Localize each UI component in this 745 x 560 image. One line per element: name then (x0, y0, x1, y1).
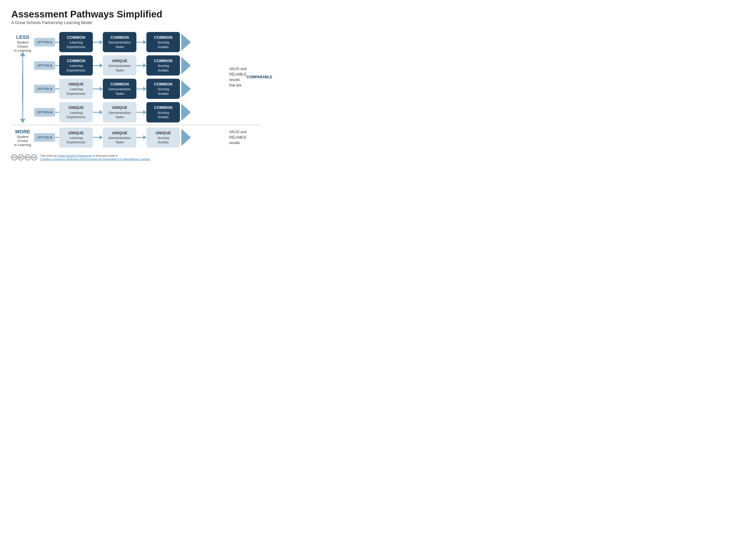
box-subtitle: DemonstrationTasks (105, 110, 134, 119)
option-5-row-container: OPTION 5UNIQUELearningExperiencesUNIQUED… (34, 128, 225, 148)
box-subtitle: ScoringGuides (149, 40, 178, 49)
box-subtitle: ScoringGuides (149, 87, 178, 96)
arrow-connector (93, 40, 103, 44)
box-title: UNIQUE (105, 105, 134, 110)
sa-icon: SA (31, 154, 37, 160)
valid-reliable-text: VALID andRELIABLEresults (225, 128, 261, 148)
arrow-head (143, 135, 147, 140)
axis-column: LESS Student Choicein Learning (11, 32, 34, 122)
box-subtitle: ScoringGuides (149, 110, 178, 119)
cc-license-link[interactable]: Creative Commons Attribution-NonCommerci… (40, 158, 151, 161)
arrow-head (100, 110, 103, 114)
box-title: UNIQUE (62, 82, 91, 87)
axis-arrow (22, 55, 23, 120)
arrow-head (143, 40, 147, 44)
arrow-connector (93, 63, 103, 68)
box-subtitle: LearningExperiences (62, 64, 91, 72)
arrow-line (93, 112, 100, 113)
box-title: COMMON (62, 59, 91, 64)
footer: CC BY NC SA This work by Great Schools P… (11, 154, 261, 161)
arrow-line (93, 42, 100, 43)
content-box: UNIQUELearningExperiences (59, 128, 93, 148)
option-label: OPTION 5 (34, 133, 55, 142)
option-row-3: OPTION 3UNIQUELearningExperiencesCOMMOND… (34, 79, 225, 99)
main-layout: LESS Student Choicein Learning OPTION 1C… (11, 32, 261, 122)
box-title: UNIQUE (149, 131, 178, 136)
final-arrow (181, 104, 191, 121)
content-box: COMMONLearningExperiences (59, 55, 93, 75)
content-box: COMMONLearningExperiences (59, 32, 93, 52)
nc-icon: NC (25, 154, 30, 160)
box-title: COMMON (149, 105, 178, 110)
box-subtitle: DemonstrationTasks (105, 87, 134, 96)
box-title: COMMON (149, 82, 178, 87)
box-title: UNIQUE (62, 105, 91, 110)
content-box: UNIQUELearningExperiences (59, 79, 93, 99)
arrow-connector (136, 135, 147, 140)
content-box: COMMONScoringGuides (147, 79, 180, 99)
arrow-line (136, 137, 143, 138)
final-arrow (181, 57, 191, 74)
page-subtitle: A Great Schools Partnership Learning Mod… (11, 21, 261, 25)
axis-arrow-down (20, 119, 25, 124)
box-title: UNIQUE (105, 131, 134, 136)
cc-icons: CC BY NC SA (11, 154, 37, 160)
axis-more-label: MORE Student Choicein Learning (11, 129, 34, 147)
box-subtitle: LearningExperiences (62, 87, 91, 96)
arrow-connector (93, 135, 103, 140)
axis-arrow-up (20, 52, 25, 56)
chevron-icon (181, 57, 191, 74)
box-title: COMMON (105, 82, 134, 87)
option-row-2: OPTION 2COMMONLearningExperiencesUNIQUED… (34, 55, 225, 75)
content-box: COMMONDemonstrationTasks (103, 32, 136, 52)
gsp-link[interactable]: Great Schools Partnership (58, 154, 92, 158)
arrow-head (143, 63, 147, 68)
by-icon: BY (18, 154, 24, 160)
arrow-connector (136, 110, 147, 114)
arrow-line (93, 89, 100, 90)
box-subtitle: LearningExperiences (62, 110, 91, 119)
arrow-line (93, 65, 100, 66)
arrow-line (93, 137, 100, 138)
connector (55, 65, 59, 66)
option-5-section: MORE Student Choicein Learning OPTION 5U… (11, 128, 261, 148)
axis-arrow-line (22, 55, 23, 120)
chevron-icon (181, 80, 191, 98)
option-row-1: OPTION 1COMMONLearningExperiencesCOMMOND… (34, 32, 225, 52)
box-subtitle: DemonstrationTasks (105, 40, 134, 49)
option-label: OPTION 3 (34, 84, 55, 93)
box-subtitle: DemonstrationTasks (105, 136, 134, 144)
content-box: UNIQUEDemonstrationTasks (103, 55, 136, 75)
option-5-axis-left: MORE Student Choicein Learning (11, 128, 34, 148)
box-title: COMMON (62, 35, 91, 40)
box-subtitle: ScoringGuides (149, 64, 178, 72)
content-box: UNIQUEScoringGuides (147, 128, 180, 148)
arrow-connector (136, 40, 147, 44)
arrow-line (136, 42, 143, 43)
chevron-icon (181, 129, 191, 146)
arrow-head (100, 86, 103, 91)
arrow-connector (136, 86, 147, 91)
final-arrow (181, 80, 191, 98)
connector (55, 42, 59, 43)
box-title: COMMON (149, 59, 178, 64)
box-title: COMMON (149, 35, 178, 40)
option-label: OPTION 4 (34, 108, 55, 116)
arrow-connector (93, 86, 103, 91)
options-1-4: OPTION 1COMMONLearningExperiencesCOMMOND… (34, 32, 225, 122)
content-box: COMMONScoringGuides (147, 32, 180, 52)
section-divider (11, 125, 261, 125)
connector (55, 112, 59, 113)
option-row-4: OPTION 4UNIQUELearningExperiencesUNIQUED… (34, 102, 225, 122)
box-title: UNIQUE (105, 59, 134, 64)
final-arrow (181, 34, 191, 51)
option-label: OPTION 1 (34, 38, 55, 46)
arrow-head (143, 86, 147, 91)
box-subtitle: DemonstrationTasks (105, 64, 134, 72)
arrow-head (100, 40, 103, 44)
arrow-head (100, 135, 103, 140)
axis-less-label: LESS Student Choicein Learning (11, 34, 34, 53)
arrow-line (136, 89, 143, 90)
option-row-5: OPTION 5UNIQUELearningExperiencesUNIQUED… (34, 128, 225, 148)
arrow-connector (136, 63, 147, 68)
